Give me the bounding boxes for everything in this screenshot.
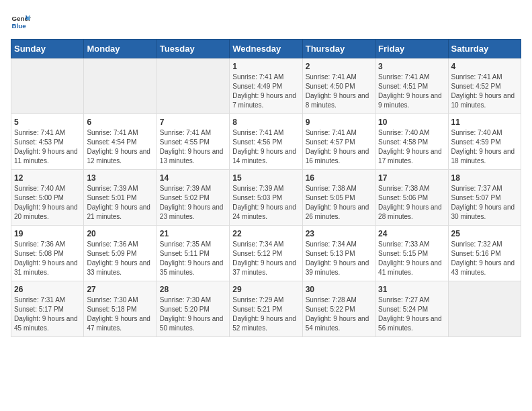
calendar-cell: 21Sunrise: 7:35 AM Sunset: 5:11 PM Dayli… (157, 226, 229, 281)
calendar-cell (11, 58, 84, 114)
day-number: 22 (232, 229, 299, 238)
calendar-cell: 20Sunrise: 7:36 AM Sunset: 5:09 PM Dayli… (84, 226, 157, 281)
calendar-cell: 22Sunrise: 7:34 AM Sunset: 5:12 PM Dayli… (230, 226, 302, 281)
calendar-cell: 2Sunrise: 7:41 AM Sunset: 4:50 PM Daylig… (302, 58, 375, 114)
day-number: 29 (232, 285, 299, 294)
day-info: Sunrise: 7:28 AM Sunset: 5:22 PM Dayligh… (306, 295, 372, 333)
day-number: 8 (232, 118, 299, 127)
calendar-cell: 31Sunrise: 7:27 AM Sunset: 5:24 PM Dayli… (375, 281, 448, 337)
day-info: Sunrise: 7:38 AM Sunset: 5:06 PM Dayligh… (378, 184, 445, 222)
column-header-tuesday: Tuesday (157, 40, 229, 58)
day-number: 7 (160, 118, 226, 127)
logo-icon: General Blue (11, 11, 31, 31)
calendar-table: SundayMondayTuesdayWednesdayThursdayFrid… (11, 39, 521, 337)
day-number: 12 (14, 173, 81, 183)
week-row-5: 26Sunrise: 7:31 AM Sunset: 5:17 PM Dayli… (11, 281, 521, 337)
day-info: Sunrise: 7:34 AM Sunset: 5:12 PM Dayligh… (232, 240, 299, 277)
week-row-4: 19Sunrise: 7:36 AM Sunset: 5:08 PM Dayli… (11, 226, 521, 281)
calendar-header-row: SundayMondayTuesdayWednesdayThursdayFrid… (11, 40, 521, 58)
day-info: Sunrise: 7:35 AM Sunset: 5:11 PM Dayligh… (160, 240, 226, 277)
column-header-saturday: Saturday (448, 40, 521, 58)
day-number: 17 (378, 173, 445, 183)
week-row-1: 1Sunrise: 7:41 AM Sunset: 4:49 PM Daylig… (11, 58, 521, 114)
day-info: Sunrise: 7:39 AM Sunset: 5:03 PM Dayligh… (232, 184, 299, 222)
day-number: 5 (14, 118, 81, 127)
day-info: Sunrise: 7:38 AM Sunset: 5:05 PM Dayligh… (306, 184, 372, 222)
day-number: 28 (160, 285, 226, 294)
day-info: Sunrise: 7:33 AM Sunset: 5:15 PM Dayligh… (378, 240, 445, 277)
day-info: Sunrise: 7:32 AM Sunset: 5:16 PM Dayligh… (451, 240, 518, 277)
calendar-cell: 11Sunrise: 7:40 AM Sunset: 4:59 PM Dayli… (448, 114, 521, 170)
day-info: Sunrise: 7:34 AM Sunset: 5:13 PM Dayligh… (306, 240, 372, 277)
day-info: Sunrise: 7:27 AM Sunset: 5:24 PM Dayligh… (378, 295, 445, 333)
day-number: 31 (378, 285, 445, 294)
week-row-3: 12Sunrise: 7:40 AM Sunset: 5:00 PM Dayli… (11, 170, 521, 226)
day-info: Sunrise: 7:41 AM Sunset: 4:50 PM Dayligh… (306, 73, 372, 110)
day-number: 14 (160, 173, 226, 183)
calendar-cell: 25Sunrise: 7:32 AM Sunset: 5:16 PM Dayli… (448, 226, 521, 281)
day-number: 25 (451, 229, 518, 238)
day-info: Sunrise: 7:36 AM Sunset: 5:08 PM Dayligh… (14, 240, 81, 277)
day-info: Sunrise: 7:41 AM Sunset: 4:55 PM Dayligh… (160, 128, 226, 166)
day-info: Sunrise: 7:41 AM Sunset: 4:52 PM Dayligh… (451, 73, 518, 110)
calendar-cell: 27Sunrise: 7:30 AM Sunset: 5:18 PM Dayli… (84, 281, 157, 337)
day-info: Sunrise: 7:41 AM Sunset: 4:53 PM Dayligh… (14, 128, 81, 166)
calendar-cell: 15Sunrise: 7:39 AM Sunset: 5:03 PM Dayli… (230, 170, 302, 226)
day-number: 23 (306, 229, 372, 238)
day-info: Sunrise: 7:41 AM Sunset: 4:49 PM Dayligh… (232, 73, 299, 110)
day-info: Sunrise: 7:40 AM Sunset: 4:59 PM Dayligh… (451, 128, 518, 166)
calendar-cell: 19Sunrise: 7:36 AM Sunset: 5:08 PM Dayli… (11, 226, 84, 281)
day-info: Sunrise: 7:36 AM Sunset: 5:09 PM Dayligh… (87, 240, 153, 277)
day-number: 9 (306, 118, 372, 127)
day-info: Sunrise: 7:40 AM Sunset: 4:58 PM Dayligh… (378, 128, 445, 166)
calendar-cell: 29Sunrise: 7:29 AM Sunset: 5:21 PM Dayli… (230, 281, 302, 337)
column-header-thursday: Thursday (302, 40, 375, 58)
day-number: 13 (87, 173, 153, 183)
calendar-cell (448, 281, 521, 337)
column-header-friday: Friday (375, 40, 448, 58)
day-info: Sunrise: 7:41 AM Sunset: 4:51 PM Dayligh… (378, 73, 445, 110)
day-info: Sunrise: 7:30 AM Sunset: 5:20 PM Dayligh… (160, 295, 226, 333)
day-number: 6 (87, 118, 153, 127)
day-info: Sunrise: 7:30 AM Sunset: 5:18 PM Dayligh… (87, 295, 153, 333)
day-number: 15 (232, 173, 299, 183)
column-header-monday: Monday (84, 40, 157, 58)
calendar-cell: 6Sunrise: 7:41 AM Sunset: 4:54 PM Daylig… (84, 114, 157, 170)
day-info: Sunrise: 7:29 AM Sunset: 5:21 PM Dayligh… (232, 295, 299, 333)
calendar-cell: 16Sunrise: 7:38 AM Sunset: 5:05 PM Dayli… (302, 170, 375, 226)
day-number: 24 (378, 229, 445, 238)
day-number: 27 (87, 285, 153, 294)
day-info: Sunrise: 7:31 AM Sunset: 5:17 PM Dayligh… (14, 295, 81, 333)
calendar-cell: 14Sunrise: 7:39 AM Sunset: 5:02 PM Dayli… (157, 170, 229, 226)
logo: General Blue (11, 11, 31, 31)
day-number: 2 (306, 62, 372, 71)
column-header-sunday: Sunday (11, 40, 84, 58)
calendar-cell: 26Sunrise: 7:31 AM Sunset: 5:17 PM Dayli… (11, 281, 84, 337)
calendar-cell: 18Sunrise: 7:37 AM Sunset: 5:07 PM Dayli… (448, 170, 521, 226)
calendar-cell: 4Sunrise: 7:41 AM Sunset: 4:52 PM Daylig… (448, 58, 521, 114)
day-number: 19 (14, 229, 81, 238)
page-header: General Blue (11, 11, 521, 31)
calendar-cell: 7Sunrise: 7:41 AM Sunset: 4:55 PM Daylig… (157, 114, 229, 170)
day-info: Sunrise: 7:41 AM Sunset: 4:57 PM Dayligh… (306, 128, 372, 166)
calendar-cell (84, 58, 157, 114)
week-row-2: 5Sunrise: 7:41 AM Sunset: 4:53 PM Daylig… (11, 114, 521, 170)
day-info: Sunrise: 7:39 AM Sunset: 5:02 PM Dayligh… (160, 184, 226, 222)
day-info: Sunrise: 7:37 AM Sunset: 5:07 PM Dayligh… (451, 184, 518, 222)
day-number: 3 (378, 62, 445, 71)
calendar-cell: 12Sunrise: 7:40 AM Sunset: 5:00 PM Dayli… (11, 170, 84, 226)
day-info: Sunrise: 7:39 AM Sunset: 5:01 PM Dayligh… (87, 184, 153, 222)
calendar-cell: 8Sunrise: 7:41 AM Sunset: 4:56 PM Daylig… (230, 114, 302, 170)
calendar-cell: 28Sunrise: 7:30 AM Sunset: 5:20 PM Dayli… (157, 281, 229, 337)
day-number: 21 (160, 229, 226, 238)
day-info: Sunrise: 7:41 AM Sunset: 4:56 PM Dayligh… (232, 128, 299, 166)
day-info: Sunrise: 7:40 AM Sunset: 5:00 PM Dayligh… (14, 184, 81, 222)
calendar-cell: 17Sunrise: 7:38 AM Sunset: 5:06 PM Dayli… (375, 170, 448, 226)
calendar-cell (157, 58, 229, 114)
calendar-cell: 24Sunrise: 7:33 AM Sunset: 5:15 PM Dayli… (375, 226, 448, 281)
calendar-cell: 9Sunrise: 7:41 AM Sunset: 4:57 PM Daylig… (302, 114, 375, 170)
day-number: 11 (451, 118, 518, 127)
day-number: 18 (451, 173, 518, 183)
day-number: 4 (451, 62, 518, 71)
calendar-cell: 3Sunrise: 7:41 AM Sunset: 4:51 PM Daylig… (375, 58, 448, 114)
